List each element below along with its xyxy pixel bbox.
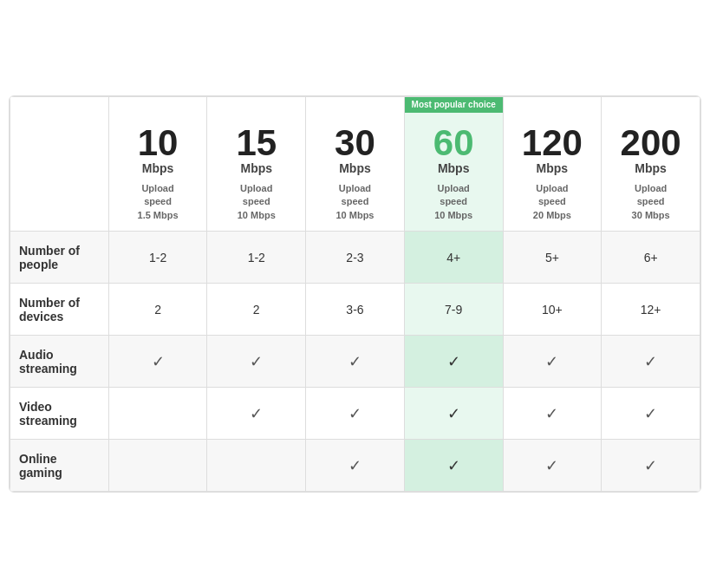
cell-r3-c5: ✓ [602,388,700,440]
cell-r3-c2: ✓ [306,388,405,440]
cell-r3-c1: ✓ [207,388,306,440]
checkmark-icon: ✓ [644,353,657,370]
plan-upload: Uploadspeed30 Mbps [607,182,694,222]
plan-speed: 15 [212,125,300,161]
checkmark-icon: ✓ [348,457,362,474]
cell-r1-c0: 2 [108,284,207,336]
cell-r3-c0 [108,388,207,440]
cell-r1-c2: 3-6 [306,284,405,336]
cell-r2-c5: ✓ [602,336,700,388]
plan-unit: Mbps [114,161,202,175]
row-label-3: Video streaming [10,388,109,440]
plan-upload: Uploadspeed10 Mbps [410,182,498,222]
checkmark-icon: ✓ [545,405,558,422]
label-column-header [10,96,109,231]
plan-unit: Mbps [607,161,694,175]
cell-r4-c1 [207,440,306,492]
checkmark-icon: ✓ [644,405,657,422]
checkmark-icon: ✓ [644,457,657,474]
row-label-4: Online gaming [10,440,109,492]
cell-r2-c0: ✓ [108,336,207,388]
checkmark-icon: ✓ [447,353,460,370]
table-row: Number of people1-21-22-34+5+6+ [10,232,700,284]
cell-r2-c1: ✓ [207,336,306,388]
table-row: Video streaming✓✓✓✓✓ [10,388,700,440]
checkmark-icon: ✓ [447,405,460,422]
cell-r4-c4: ✓ [503,440,602,492]
plan-speed: 120 [509,125,596,161]
checkmark-icon: ✓ [152,353,165,370]
cell-r0-c3: 4+ [404,232,503,284]
plan-unit: Mbps [311,161,399,175]
checkmark-icon: ✓ [250,405,263,422]
plan-header-30: 30MbpsUploadspeed10 Mbps [306,96,405,231]
row-label-2: Audio streaming [10,336,109,388]
plan-speed: 30 [311,125,399,161]
cell-r4-c5: ✓ [602,440,700,492]
plan-upload: Uploadspeed1.5 Mbps [114,182,202,222]
comparison-table: 10MbpsUploadspeed1.5 Mbps15MbpsUploadspe… [9,95,701,493]
plan-speed: 10 [114,125,202,161]
plan-header-60: Most popular choice60MbpsUploadspeed10 M… [404,96,503,231]
checkmark-icon: ✓ [545,353,558,370]
checkmark-icon: ✓ [348,405,362,422]
popular-badge: Most popular choice [405,97,503,113]
cell-r1-c5: 12+ [602,284,700,336]
checkmark-icon: ✓ [545,457,558,474]
checkmark-icon: ✓ [348,353,362,370]
plan-header-200: 200MbpsUploadspeed30 Mbps [602,96,700,231]
checkmark-icon: ✓ [447,457,460,474]
plan-unit: Mbps [509,161,596,175]
cell-r2-c2: ✓ [306,336,405,388]
cell-r3-c4: ✓ [503,388,602,440]
cell-r0-c2: 2-3 [306,232,405,284]
cell-r4-c3: ✓ [404,440,503,492]
cell-r0-c4: 5+ [503,232,602,284]
plan-speed: 200 [607,125,694,161]
cell-r4-c0 [108,440,207,492]
plan-speed: 60 [410,125,498,161]
cell-r1-c4: 10+ [503,284,602,336]
plan-unit: Mbps [212,161,300,175]
cell-r0-c0: 1-2 [108,232,207,284]
plan-upload: Uploadspeed20 Mbps [509,182,596,222]
cell-r2-c3: ✓ [404,336,503,388]
cell-r3-c3: ✓ [404,388,503,440]
plan-unit: Mbps [410,161,498,175]
cell-r1-c1: 2 [207,284,306,336]
plan-upload: Uploadspeed10 Mbps [212,182,300,222]
cell-r0-c1: 1-2 [207,232,306,284]
cell-r0-c5: 6+ [602,232,700,284]
plan-header-10: 10MbpsUploadspeed1.5 Mbps [108,96,207,231]
row-label-1: Number of devices [10,284,109,336]
cell-r2-c4: ✓ [503,336,602,388]
row-label-0: Number of people [10,232,109,284]
plan-upload: Uploadspeed10 Mbps [311,182,399,222]
cell-r1-c3: 7-9 [404,284,503,336]
plan-header-120: 120MbpsUploadspeed20 Mbps [503,96,602,231]
table-row: Audio streaming✓✓✓✓✓✓ [10,336,700,388]
cell-r4-c2: ✓ [306,440,405,492]
table-row: Online gaming✓✓✓✓ [10,440,700,492]
checkmark-icon: ✓ [250,353,263,370]
plan-header-15: 15MbpsUploadspeed10 Mbps [207,96,306,231]
table-row: Number of devices223-67-910+12+ [10,284,700,336]
